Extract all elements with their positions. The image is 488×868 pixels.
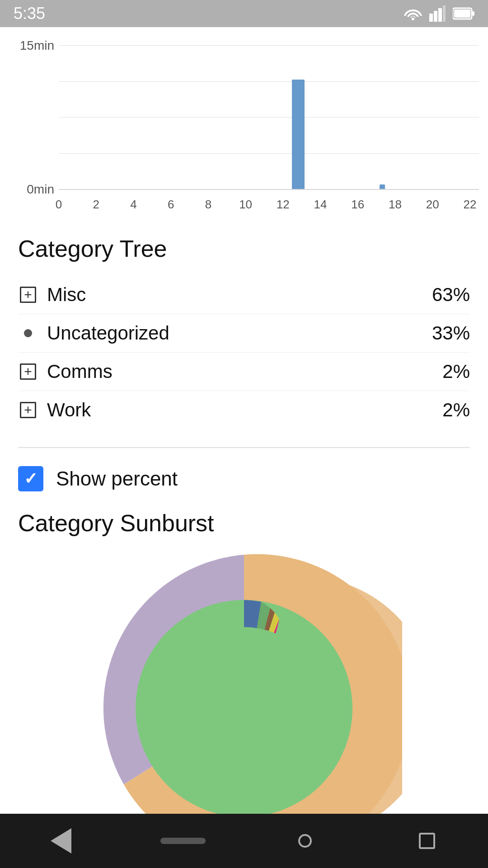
tree-value-work: 2% (442, 399, 470, 421)
bar-chart-section: 15min 0min 0 2 4 6 8 10 12 14 16 (0, 27, 488, 222)
x-label-10: 10 (237, 198, 255, 212)
category-tree-section: Category Tree + Misc 63% Uncategorized 3… (0, 222, 488, 438)
tree-label-work: Work (47, 399, 442, 421)
grid-line-50 (59, 117, 479, 118)
nav-pill-container (160, 818, 206, 863)
bar-17 (380, 184, 385, 189)
tree-item-comms[interactable]: + Comms 2% (18, 353, 470, 391)
x-axis: 0 2 4 6 8 10 12 14 16 18 20 22 (59, 198, 479, 212)
nav-back-button[interactable] (38, 818, 84, 863)
tree-label-misc: Misc (47, 284, 432, 306)
tree-item-uncategorized[interactable]: Uncategorized 33% (18, 314, 470, 353)
grid-line-bottom: 0min (59, 189, 479, 189)
checkmark-icon: ✓ (24, 469, 38, 488)
category-tree-title: Category Tree (18, 235, 470, 262)
x-label-6: 6 (162, 198, 180, 212)
x-label-2: 2 (87, 198, 105, 212)
wifi-icon (404, 7, 422, 20)
sunburst-center-green (163, 627, 325, 790)
show-percent-checkbox[interactable]: ✓ (18, 466, 43, 491)
nav-bar (0, 814, 488, 868)
tree-icon-work: + (18, 400, 38, 420)
plus-icon-misc: + (20, 287, 36, 303)
battery-icon (453, 7, 474, 20)
svg-rect-6 (472, 11, 474, 16)
x-label-8: 8 (199, 198, 217, 212)
x-label-0: 0 (50, 198, 68, 212)
status-time: 5:35 (14, 4, 45, 23)
svg-rect-1 (429, 14, 433, 22)
x-label-4: 4 (124, 198, 142, 212)
signal-icon (429, 5, 446, 22)
tree-item-work[interactable]: + Work 2% (18, 391, 470, 429)
recents-icon (419, 833, 435, 849)
plus-icon-work: + (20, 402, 36, 418)
svg-rect-3 (438, 8, 442, 22)
tree-value-misc: 63% (432, 284, 470, 306)
grid-line-25 (59, 81, 479, 82)
tree-label-uncategorized: Uncategorized (47, 322, 432, 344)
tree-icon-comms: + (18, 362, 38, 382)
nav-home-button[interactable] (282, 818, 328, 863)
bar-13 (292, 80, 305, 189)
svg-point-0 (412, 18, 414, 20)
divider (18, 447, 470, 448)
tree-label-comms: Comms (47, 361, 442, 382)
x-label-20: 20 (423, 198, 441, 212)
bar-chart-inner: 15min 0min 0 2 4 6 8 10 12 14 16 (59, 45, 479, 190)
dot-icon-uncategorized (24, 329, 32, 337)
show-percent-row[interactable]: ✓ Show percent (0, 457, 488, 500)
sunburst-section: Category Sunburst (0, 500, 488, 867)
tree-item-misc[interactable]: + Misc 63% (18, 276, 470, 314)
x-label-22: 22 (461, 198, 479, 212)
plus-icon-comms: + (20, 363, 36, 380)
show-percent-label: Show percent (56, 467, 178, 490)
y-label-0min: 0min (27, 182, 54, 197)
tree-icon-uncategorized (18, 323, 38, 343)
status-icons (404, 5, 474, 22)
bar-chart-container: 15min 0min 0 2 4 6 8 10 12 14 16 (0, 36, 488, 217)
grid-line-75 (59, 153, 479, 154)
nav-pill (160, 838, 206, 844)
status-bar: 5:35 (0, 0, 488, 27)
x-label-18: 18 (386, 198, 404, 212)
grid-line-top: 15min (59, 45, 479, 46)
tree-value-comms: 2% (442, 361, 470, 382)
back-icon (51, 828, 71, 854)
svg-rect-4 (443, 5, 446, 22)
x-label-12: 12 (274, 198, 292, 212)
tree-icon-misc: + (18, 285, 38, 305)
svg-rect-7 (454, 9, 470, 18)
y-label-15min: 15min (20, 38, 54, 53)
home-icon (298, 834, 312, 848)
tree-value-uncategorized: 33% (432, 322, 470, 344)
svg-rect-2 (434, 11, 437, 22)
x-label-14: 14 (311, 198, 329, 212)
x-label-16: 16 (349, 198, 367, 212)
sunburst-title: Category Sunburst (18, 509, 470, 537)
nav-recents-button[interactable] (404, 818, 450, 863)
